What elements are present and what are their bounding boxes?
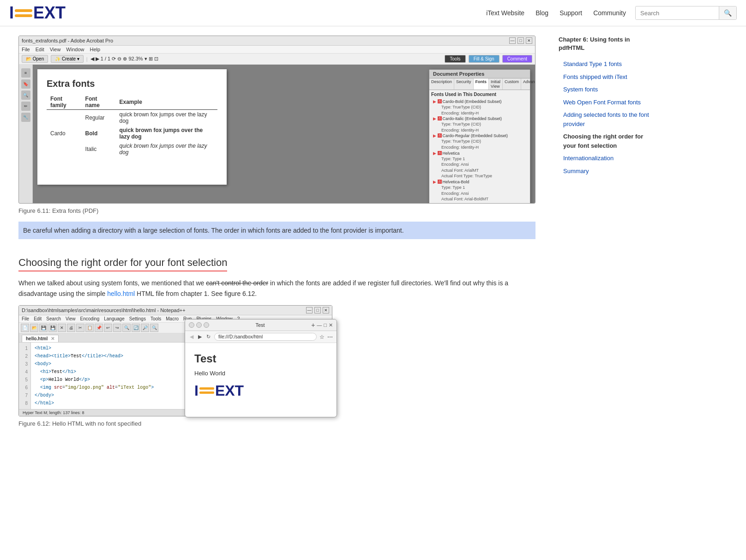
toolbar-fill[interactable]: Fill & Sign <box>469 55 499 63</box>
window-close[interactable]: ✕ <box>526 37 532 44</box>
browser-bookmark[interactable]: ☆ <box>319 334 325 340</box>
logo-area: I EXT <box>9 5 66 21</box>
npp-tab-hello[interactable]: hello.html ✕ <box>22 335 59 342</box>
browser-url-bar[interactable]: file:///D:/sandbox/html <box>214 333 317 341</box>
browser-logo-line-bottom <box>199 391 214 394</box>
window-restore[interactable]: □ <box>517 37 524 44</box>
toolbar-comment[interactable]: Comment <box>502 55 532 63</box>
menu-edit[interactable]: Edit <box>36 47 44 52</box>
sidebar-item-system-fonts[interactable]: System fonts <box>559 83 656 96</box>
npp-code[interactable]: <html> <head><title>Test</title></head> … <box>31 343 157 409</box>
npp-menu-edit[interactable]: Edit <box>34 316 42 321</box>
browser-logo-i: I <box>194 383 199 398</box>
dp-tab-custom[interactable]: Custom <box>503 78 521 90</box>
npp-menu-search[interactable]: Search <box>46 316 61 321</box>
font-item: ▶ 🅰 Helvetica <box>433 151 528 156</box>
dp-tab-init[interactable]: Initial View <box>489 78 503 90</box>
npp-menu-encoding[interactable]: Encoding <box>80 316 100 321</box>
npp-tb-replace[interactable]: 🔄 <box>132 324 140 332</box>
browser-p: Hello World <box>194 370 327 377</box>
sidebar-item-standard-type1[interactable]: Standard Type 1 fonts <box>559 58 656 71</box>
logo-link[interactable]: I EXT <box>9 5 66 21</box>
npp-tb-cut[interactable]: ✂ <box>76 324 84 332</box>
npp-close[interactable]: ✕ <box>323 307 329 313</box>
search-button[interactable]: 🔍 <box>719 6 736 19</box>
sidebar-item-adding-fonts[interactable]: Adding selected fonts to the font provid… <box>559 108 656 130</box>
main-content: fonts_extrafonts.pdf - Adobe Acrobat Pro… <box>0 26 554 453</box>
npp-tb-print[interactable]: 🖨 <box>67 324 75 332</box>
browser-min-btn[interactable] <box>196 322 202 328</box>
browser-forward[interactable]: ▶ <box>197 333 203 341</box>
browser-refresh[interactable]: ↻ <box>205 333 211 341</box>
toolbar-open[interactable]: 📂 Open <box>22 55 48 63</box>
npp-tb-save-all[interactable]: 💾 <box>48 324 57 332</box>
browser-window-restore[interactable]: □ <box>324 322 327 328</box>
npp-tb-open[interactable]: 📂 <box>30 324 38 332</box>
table-row: Regular quick brown fox jumps over the l… <box>47 110 217 126</box>
toolbar-tools[interactable]: Tools <box>445 55 465 63</box>
dp-tab-fonts[interactable]: Fonts <box>474 78 489 90</box>
toolbar-create[interactable]: ✨ Create ▾ <box>51 55 84 63</box>
window-minimize[interactable]: — <box>509 37 516 44</box>
sidebar-item-choosing-order[interactable]: Choosing the right order for your font s… <box>559 130 656 152</box>
npp-tb-save[interactable]: 💾 <box>39 324 48 332</box>
npp-line-numbers: 12345678 <box>19 343 31 409</box>
npp-menu-file[interactable]: File <box>22 316 29 321</box>
panel-icon-4[interactable]: ✏ <box>21 102 30 111</box>
strikethrough-text: can't control the order <box>206 279 268 287</box>
npp-menu-view[interactable]: View <box>66 316 76 321</box>
toolbar-icons: ◀ ▶ 1 / 1 ⟳ ⊖ ⊕ 92.3% ▾ ⊞ ⊡ <box>90 56 158 62</box>
nav-itext[interactable]: iText Website <box>486 9 524 17</box>
panel-icon-1[interactable]: ≡ <box>21 68 30 78</box>
sidebar-item-woff[interactable]: Web Open Font Format fonts <box>559 96 656 109</box>
browser-titlebar: Test + — □ ✕ <box>185 319 337 331</box>
panel-icon-5[interactable]: 🔧 <box>21 113 30 122</box>
npp-minimize[interactable]: — <box>306 307 313 313</box>
npp-tb-new[interactable]: 📄 <box>21 324 29 332</box>
browser-close-btn[interactable] <box>189 322 194 328</box>
npp-tb-paste[interactable]: 📌 <box>95 324 103 332</box>
npp-tb-close[interactable]: ✕ <box>58 324 66 332</box>
npp-tb-redo[interactable]: ↪ <box>113 324 121 332</box>
menu-view[interactable]: View <box>50 47 61 52</box>
font-name: Cardo-Italic (Embedded Subset) <box>443 116 502 121</box>
npp-tb-zoom-in[interactable]: 🔎 <box>141 324 149 332</box>
browser-content: Test Hello World I EXT <box>185 343 337 417</box>
npp-menu-tools[interactable]: Tools <box>150 316 161 321</box>
browser-window-minimize[interactable]: — <box>317 322 322 328</box>
npp-menu-settings[interactable]: Settings <box>129 316 146 321</box>
nav-support[interactable]: Support <box>560 9 582 17</box>
menu-window[interactable]: Window <box>66 47 84 52</box>
hello-link[interactable]: hello.html <box>107 290 135 297</box>
browser-logo-lines <box>199 387 214 394</box>
npp-tb-copy[interactable]: 📋 <box>85 324 94 332</box>
menu-file[interactable]: File <box>22 47 30 52</box>
browser-back[interactable]: ◀ <box>189 333 194 341</box>
search-input[interactable] <box>636 7 719 19</box>
nav-community[interactable]: Community <box>593 9 626 17</box>
dp-tab-desc[interactable]: Description <box>429 78 454 90</box>
font-detail: Type: TrueType (CID) <box>441 104 528 110</box>
dp-tab-security[interactable]: Security <box>454 78 474 90</box>
browser-window-close[interactable]: ✕ <box>329 322 333 328</box>
panel-icon-2[interactable]: 🔖 <box>21 79 30 89</box>
sidebar-item-summary[interactable]: Summary <box>559 165 656 178</box>
npp-restore[interactable]: □ <box>314 307 321 313</box>
npp-tb-find[interactable]: 🔍 <box>122 324 131 332</box>
npp-menu-macro[interactable]: Macro <box>166 316 179 321</box>
npp-tab-close[interactable]: ✕ <box>51 336 54 341</box>
sidebar-item-fonts-shipped[interactable]: Fonts shipped with iText <box>559 71 656 84</box>
dp-tab-advanced[interactable]: Advanced <box>521 78 535 90</box>
npp-menu-language[interactable]: Language <box>104 316 125 321</box>
logo-line-bottom <box>15 14 32 17</box>
font-details: Type: TrueType (CID) Encoding: Identity-… <box>433 138 528 150</box>
nav-blog[interactable]: Blog <box>535 9 548 17</box>
browser-max-btn[interactable] <box>204 322 209 328</box>
browser-new-tab[interactable]: + <box>311 321 315 329</box>
npp-tb-zoom-out[interactable]: 🔍 <box>150 324 158 332</box>
panel-icon-3[interactable]: 🔍 <box>21 90 30 100</box>
menu-help[interactable]: Help <box>90 47 100 52</box>
npp-tb-undo[interactable]: ↩ <box>104 324 112 332</box>
browser-menu[interactable]: ⋯ <box>327 334 333 340</box>
sidebar-item-i18n[interactable]: Internationalization <box>559 152 656 165</box>
